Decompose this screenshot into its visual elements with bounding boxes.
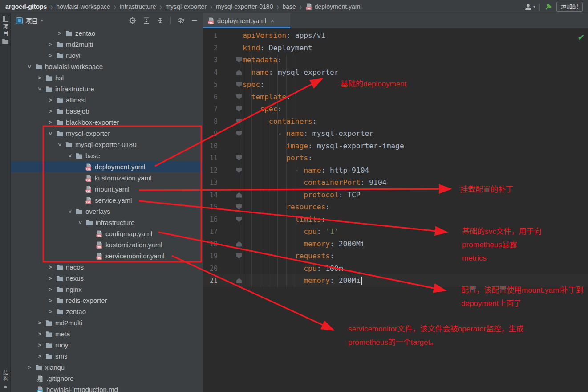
- fold-start-icon[interactable]: [236, 253, 242, 259]
- editor-line-12[interactable]: 12 - name: http-9104: [203, 164, 588, 177]
- tree-item-md2multi[interactable]: >md2multi: [11, 317, 203, 328]
- tree-item-base[interactable]: >base: [11, 150, 203, 161]
- chevron-right-icon[interactable]: >: [36, 331, 43, 337]
- editor-line-21[interactable]: 21 memory: 200Mi: [203, 274, 588, 287]
- structure-tool-button[interactable]: 结构: [0, 370, 11, 388]
- close-icon[interactable]: ×: [271, 17, 275, 24]
- settings-icon[interactable]: [178, 17, 185, 24]
- tree-item-mount-yaml[interactable]: YMLmount.yaml: [11, 184, 203, 195]
- tree-item-sms[interactable]: >sms: [11, 351, 203, 362]
- editor-line-5[interactable]: 5spec:: [203, 78, 588, 91]
- hide-icon[interactable]: [191, 17, 198, 24]
- fold-start-icon[interactable]: [236, 119, 242, 124]
- chevron-down-icon[interactable]: ▾: [41, 18, 43, 23]
- tree-item-basejob[interactable]: >basejob: [11, 106, 203, 117]
- tree-item--gitignore[interactable]: .gitignore: [11, 373, 203, 384]
- editor-line-9[interactable]: 9 - name: mysql-exporter: [203, 127, 588, 140]
- breadcrumb-item[interactable]: mysql-exporter: [165, 3, 207, 10]
- tree-item-deployment-yaml[interactable]: YMLdeployment.yaml: [11, 161, 203, 172]
- chevron-right-icon[interactable]: >: [47, 119, 53, 126]
- tree-item-ruoyi[interactable]: >ruoyi: [11, 339, 203, 351]
- tree-item-xianqu[interactable]: >xianqu: [11, 362, 203, 373]
- chevron-right-icon[interactable]: >: [36, 353, 43, 359]
- locate-icon[interactable]: [129, 17, 136, 24]
- chevron-right-icon[interactable]: >: [57, 30, 63, 37]
- breadcrumb-item[interactable]: base: [282, 3, 296, 10]
- hammer-icon[interactable]: [544, 3, 552, 11]
- chevron-down-icon[interactable]: >: [26, 64, 33, 70]
- editor-line-4[interactable]: 4 name: mysql-exporter: [203, 66, 588, 79]
- tree-item-zentao[interactable]: >zentao: [11, 306, 203, 317]
- fold-start-icon[interactable]: [236, 131, 242, 136]
- tree-item-service-yaml[interactable]: YMLservice.yaml: [11, 195, 203, 206]
- tree-item-nexus[interactable]: >nexus: [11, 273, 203, 284]
- chevron-down-icon[interactable]: >: [67, 153, 73, 159]
- tree-item-howlaisi-introduction-md[interactable]: MDhowlaisi-introduction.md: [11, 384, 203, 392]
- tree-item-ruoyi[interactable]: >ruoyi: [11, 50, 203, 61]
- editor-line-3[interactable]: 3metadata:: [203, 54, 588, 66]
- chevron-right-icon[interactable]: >: [47, 41, 53, 48]
- editor-line-20[interactable]: 20 cpu: 100m: [203, 262, 588, 275]
- tree-item-howlaisi-workspace[interactable]: >howlaisi-workspace: [11, 61, 203, 72]
- breadcrumb-item[interactable]: howlaisi-workspace: [56, 3, 110, 10]
- tree-item-kustomization-yaml[interactable]: YMLkustomization.yaml: [11, 239, 203, 250]
- editor-line-10[interactable]: 10 image: mysql-exporter-image: [203, 140, 588, 152]
- fold-start-icon[interactable]: [236, 204, 242, 210]
- editor-line-18[interactable]: 18 memory: 2000Mi: [203, 238, 588, 250]
- chevron-right-icon[interactable]: >: [47, 297, 53, 304]
- tree-item-servicemonitor-yaml[interactable]: YMLservicemonitor.yaml: [11, 250, 203, 261]
- chevron-right-icon[interactable]: >: [47, 52, 53, 59]
- editor-line-16[interactable]: 16 limits:: [203, 213, 588, 226]
- editor-line-8[interactable]: 8 containers:: [203, 115, 588, 128]
- fold-start-icon[interactable]: [236, 57, 242, 63]
- collapse-all-icon[interactable]: [157, 17, 164, 24]
- editor-line-19[interactable]: 19 requests:: [203, 250, 588, 262]
- editor-line-13[interactable]: 13 containerPort: 9104: [203, 176, 588, 189]
- editor-body[interactable]: ✔ 1apiVersion: apps/v12kind: Deployment3…: [203, 28, 588, 392]
- fold-start-icon[interactable]: [236, 155, 242, 161]
- fold-start-icon[interactable]: [236, 217, 242, 222]
- editor-line-1[interactable]: 1apiVersion: apps/v1: [203, 29, 588, 42]
- chevron-right-icon[interactable]: >: [47, 275, 53, 282]
- chevron-down-icon[interactable]: >: [77, 220, 84, 226]
- breadcrumb-item[interactable]: infrastructure: [120, 3, 156, 10]
- user-dropdown-caret[interactable]: ▾: [533, 4, 535, 9]
- chevron-down-icon[interactable]: >: [57, 142, 63, 148]
- add-config-button[interactable]: 添加配: [556, 2, 583, 12]
- tree-item-nacos[interactable]: >nacos: [11, 261, 203, 273]
- fold-start-icon[interactable]: [236, 106, 242, 112]
- chevron-right-icon[interactable]: >: [26, 364, 32, 371]
- fold-start-icon[interactable]: [236, 82, 242, 87]
- tree-item-nginx[interactable]: >nginx: [11, 284, 203, 295]
- chevron-right-icon[interactable]: >: [36, 74, 43, 81]
- fold-end-icon[interactable]: [236, 278, 242, 283]
- tree-item-md2multi[interactable]: >md2multi: [11, 39, 203, 50]
- fold-end-icon[interactable]: [236, 192, 242, 198]
- tab-deployment-yaml[interactable]: YML deployment.yaml ×: [203, 13, 290, 28]
- tree-item-mysql-exporter[interactable]: >mysql-exporter: [11, 128, 203, 139]
- expand-all-icon[interactable]: [143, 17, 150, 24]
- chevron-right-icon[interactable]: >: [47, 286, 53, 293]
- fold-end-icon[interactable]: [236, 70, 242, 75]
- tree-item-mysql-exporter-0180[interactable]: >mysql-exporter-0180: [11, 139, 203, 150]
- tree-item-overlays[interactable]: >overlays: [11, 206, 203, 217]
- editor-line-11[interactable]: 11 ports:: [203, 152, 588, 164]
- project-tool-button[interactable]: 项目: [0, 16, 11, 44]
- project-panel-title[interactable]: 项目: [26, 16, 38, 25]
- chevron-right-icon[interactable]: >: [47, 264, 53, 270]
- breadcrumb-item[interactable]: YMLdeployment.yaml: [305, 3, 362, 10]
- editor-line-2[interactable]: 2kind: Deployment: [203, 42, 588, 54]
- chevron-right-icon[interactable]: >: [36, 319, 43, 326]
- chevron-down-icon[interactable]: >: [47, 131, 54, 137]
- chevron-right-icon[interactable]: >: [47, 108, 53, 114]
- chevron-right-icon[interactable]: >: [36, 342, 43, 348]
- chevron-down-icon[interactable]: >: [67, 208, 73, 215]
- fold-end-icon[interactable]: [236, 241, 242, 247]
- editor-line-17[interactable]: 17 cpu: '1': [203, 225, 588, 238]
- tree-item-redis-exporter[interactable]: >redis-exporter: [11, 295, 203, 306]
- chevron-down-icon[interactable]: >: [36, 86, 43, 92]
- tree-item-infrastructure[interactable]: >infrastructure: [11, 217, 203, 228]
- chevron-right-icon[interactable]: >: [47, 97, 53, 103]
- tree-item-configmap-yaml[interactable]: YMLconfigmap.yaml: [11, 228, 203, 239]
- chevron-right-icon[interactable]: >: [47, 308, 53, 315]
